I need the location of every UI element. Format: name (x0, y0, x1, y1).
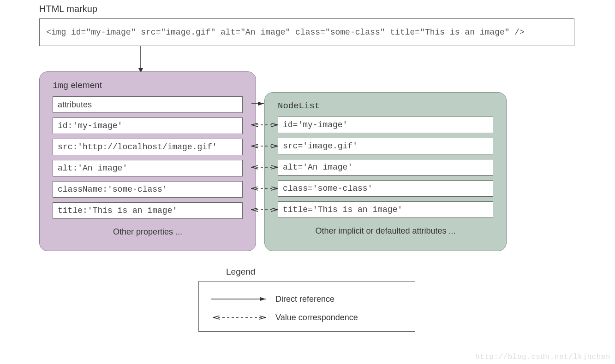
attr-id: id='my-image' (278, 117, 493, 133)
nodelist-title: NodeList (278, 101, 497, 111)
legend-row-value: Value correspondence (207, 308, 406, 327)
attr-title: title='This is an image' (278, 201, 493, 218)
legend-direct-label: Direct reference (275, 294, 334, 304)
html-markup-box: <img id="my-image" src="image.gif" alt="… (39, 18, 574, 46)
nodelist-panel: NodeList id='my-image' src='image.gif' a… (264, 92, 507, 251)
legend-box: Direct reference Value correspondence (198, 281, 415, 332)
property-src: src:'http://localhost/image.gif' (53, 139, 243, 155)
legend-value-icon (207, 314, 272, 321)
markup-title: HTML markup (39, 4, 97, 14)
img-element-title-text: element (68, 80, 102, 90)
img-element-panel: img element attributes id:'my-image' src… (39, 71, 256, 251)
other-properties-label: Other properties ... (49, 227, 246, 237)
legend-title: Legend (226, 267, 255, 277)
img-element-title-code: img (53, 81, 68, 91)
attr-class: class='some-class' (278, 180, 493, 197)
attr-alt: alt='An image' (278, 159, 493, 176)
watermark: http://blog.csdn.net/lkjhchen (475, 353, 610, 361)
img-element-title: img element (53, 80, 246, 91)
legend-direct-icon (207, 296, 272, 302)
property-title: title:'This is an image' (53, 202, 243, 219)
other-attributes-label: Other implicit or defaulted attributes .… (274, 226, 497, 236)
legend-row-direct: Direct reference (207, 290, 406, 308)
property-attributes: attributes (53, 96, 243, 113)
property-id: id:'my-image' (53, 117, 243, 134)
property-alt: alt:'An image' (53, 160, 243, 176)
attr-src: src='image.gif' (278, 138, 493, 154)
legend-value-label: Value correspondence (275, 313, 358, 323)
arrow-markup-to-element (137, 46, 138, 71)
property-classname: className:'some-class' (53, 181, 243, 198)
